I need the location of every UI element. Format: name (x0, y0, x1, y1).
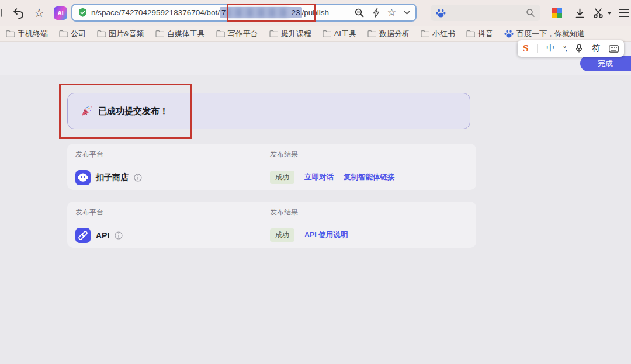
platform-cell: API (75, 228, 270, 243)
bookmark-folder[interactable]: 写作平台 (216, 29, 258, 39)
screen: ☆ AI n/space/7427042959218376704/bot/ 72… (0, 0, 631, 364)
status-badge: 成功 (270, 171, 294, 184)
column-result: 发布结果 (270, 150, 298, 160)
bookmark-label: 自媒体工具 (167, 29, 205, 39)
folder-icon (466, 30, 475, 37)
bookmark-label: 公司 (71, 29, 86, 39)
back-undo-icon[interactable] (9, 0, 27, 26)
platform-name: 扣子商店 (96, 172, 129, 183)
bookmark-label: 数据分析 (379, 29, 410, 39)
bookmark-folder[interactable]: AI工具 (323, 29, 356, 39)
bookmark-label: 抖音 (478, 29, 493, 39)
screenshot-scissors-icon[interactable] (591, 0, 612, 26)
download-icon[interactable] (571, 0, 588, 26)
annotation-rect-url (227, 4, 316, 22)
keyboard-icon[interactable] (609, 45, 619, 53)
baidu-paw-icon (504, 29, 514, 39)
bookmark-label: 提升课程 (281, 29, 311, 39)
publish-panel-api: 发布平台 发布结果 API 成功 API 使用说明 (67, 202, 476, 248)
search-icon[interactable] (526, 8, 535, 18)
bookmark-star-icon[interactable]: ☆ (30, 0, 48, 26)
bookmark-folder[interactable]: 公司 (59, 29, 86, 39)
bookmark-label: 小红书 (432, 29, 455, 39)
ime-punctuation-icon[interactable]: °‚ (563, 44, 566, 53)
column-platform: 发布平台 (75, 207, 270, 217)
column-platform: 发布平台 (75, 150, 270, 160)
panel-row: API 成功 API 使用说明 (67, 223, 476, 247)
done-button[interactable]: 完成 (580, 56, 631, 71)
folder-icon (367, 30, 376, 37)
ai-extension-icon[interactable]: AI (54, 6, 67, 20)
partial-icon (0, 0, 4, 26)
column-result: 发布结果 (270, 207, 298, 217)
status-badge: 成功 (270, 228, 294, 242)
scissors-dropdown-caret[interactable] (607, 12, 612, 15)
sogou-logo-icon[interactable]: S (523, 43, 528, 54)
ime-symbols[interactable]: 符 (592, 43, 600, 54)
microphone-icon[interactable] (575, 44, 583, 53)
apps-grid-icon[interactable] (550, 0, 563, 26)
result-cell: 成功 立即对话 复制智能体链接 (270, 171, 395, 184)
bookmark-label: 百度一下，你就知道 (516, 29, 585, 39)
chevron-down-icon[interactable] (403, 9, 411, 16)
bookmarks-bar: 手机终端 公司 图片&音频 自媒体工具 写作平台 提升课程 AI工具 数据分析 (0, 26, 631, 42)
bookmark-folder[interactable]: 图片&音频 (97, 29, 144, 39)
security-shield-icon (78, 8, 88, 18)
quick-search-field[interactable] (431, 5, 540, 21)
panel-row: 扣子商店 成功 立即对话 复制智能体链接 (67, 165, 476, 189)
panel-header: 发布平台 发布结果 (67, 144, 476, 165)
panel-header: 发布平台 发布结果 (67, 202, 476, 223)
bookmark-label: 写作平台 (228, 29, 258, 39)
info-icon[interactable] (115, 231, 123, 240)
folder-icon (155, 30, 164, 37)
info-icon[interactable] (134, 174, 142, 182)
result-cell: 成功 API 使用说明 (270, 228, 348, 242)
folder-icon (323, 30, 331, 37)
platform-name: API (96, 231, 109, 240)
annotation-rect-banner (59, 84, 192, 139)
ime-divider (537, 44, 538, 53)
api-usage-link[interactable]: API 使用说明 (304, 230, 348, 240)
folder-icon (6, 30, 15, 37)
bookmark-folder[interactable]: 抖音 (466, 29, 493, 39)
bookmark-folder[interactable]: 手机终端 (6, 29, 48, 39)
url-redacted-start: 7 (221, 8, 226, 17)
zoom-icon[interactable] (354, 8, 365, 18)
copy-agent-link[interactable]: 复制智能体链接 (344, 172, 395, 182)
url-text-prefix: n/space/7427042959218376704/bot/ (91, 8, 220, 17)
ime-toolbar: S 中 °‚ 符 (518, 40, 624, 57)
folder-icon (216, 30, 225, 37)
coze-store-icon (75, 170, 91, 185)
folder-icon (59, 30, 68, 37)
folder-icon (269, 30, 278, 37)
folder-icon (421, 30, 429, 37)
publish-panel-coze-store: 发布平台 发布结果 扣子商店 成功 立即对话 复制智能体链接 (67, 144, 476, 190)
bookmark-label: 手机终端 (18, 29, 48, 39)
platform-cell: 扣子商店 (75, 170, 270, 185)
bookmark-label: AI工具 (334, 29, 356, 39)
bookmark-folder[interactable]: 小红书 (421, 29, 455, 39)
bookmark-folder[interactable]: 数据分析 (367, 29, 410, 39)
api-link-icon (75, 228, 91, 243)
bookmark-label: 图片&音频 (109, 29, 144, 39)
folder-icon (97, 30, 106, 37)
bookmark-folder[interactable]: 提升课程 (269, 29, 311, 39)
bookmark-baidu[interactable]: 百度一下，你就知道 (504, 29, 585, 39)
bookmark-folder[interactable]: 自媒体工具 (155, 29, 205, 39)
lightning-icon[interactable] (372, 8, 380, 18)
baidu-paw-icon (436, 8, 446, 18)
menu-icon[interactable] (616, 0, 631, 26)
collect-star-icon[interactable]: ☆ (387, 8, 396, 18)
ime-mode-chinese[interactable]: 中 (546, 43, 554, 54)
chat-now-link[interactable]: 立即对话 (304, 172, 334, 182)
